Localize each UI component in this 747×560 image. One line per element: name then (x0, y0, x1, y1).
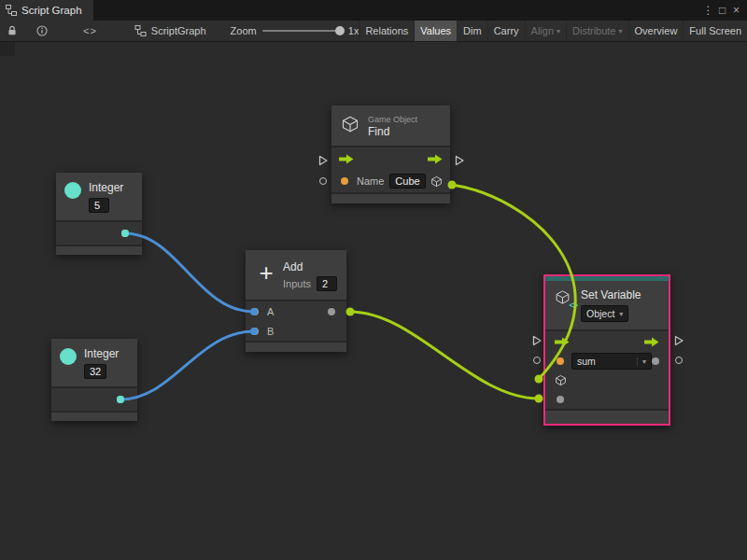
flow-in-arrow-icon[interactable] (555, 337, 570, 347)
variable-name-dropdown[interactable]: sum ▾ (571, 353, 652, 370)
set-variable-icon: <> (555, 289, 573, 308)
find-flow-in-edge-port[interactable] (318, 155, 329, 166)
node-footer (545, 411, 669, 424)
node-category: Game Object (368, 115, 417, 124)
add-output-port[interactable] (328, 308, 335, 315)
toolbar-button-values[interactable]: Values (414, 21, 457, 41)
toolbar-button-carry[interactable]: Carry (487, 21, 525, 41)
toolbar-button-distribute[interactable]: Distribute▾ (566, 21, 627, 41)
variable-name-input-port[interactable] (557, 357, 564, 365)
inputs-count-field[interactable]: 2 (317, 276, 337, 291)
inspect-button[interactable] (31, 21, 53, 41)
name-value-field[interactable]: Cube (389, 174, 425, 189)
wire-endpoint[interactable] (535, 395, 543, 403)
node-footer (51, 413, 137, 421)
node-title: Integer (89, 182, 123, 194)
flow-out-arrow-icon[interactable] (644, 337, 659, 347)
zoom-slider-thumb[interactable] (335, 26, 345, 35)
node-footer (331, 194, 450, 203)
toolbar-button-dim[interactable]: Dim (457, 21, 487, 41)
port-b-label: B (267, 326, 274, 337)
toolbar-button-align[interactable]: Align▾ (525, 21, 566, 41)
node-title: Integer (84, 348, 119, 360)
output-row (51, 388, 137, 411)
graph-toolbar: <> ScriptGraph Zoom 1x Relations Values … (0, 21, 747, 42)
toolbar-button-fullscreen[interactable]: Full Screen (683, 21, 747, 41)
integer-output-port[interactable] (117, 396, 124, 403)
object-input-port-icon[interactable] (555, 374, 567, 386)
graph-reference[interactable]: ScriptGraph (134, 25, 206, 36)
inputs-label: Inputs (283, 278, 311, 289)
flow-in-arrow-icon[interactable] (339, 154, 354, 164)
tab-title: Script Graph (21, 5, 82, 16)
integer-value-field[interactable]: 5 (89, 198, 109, 213)
add-input-a-port[interactable] (251, 308, 259, 315)
object-row (545, 371, 669, 389)
flow-out-arrow-icon[interactable] (428, 154, 443, 164)
zoom-slider-track[interactable] (262, 30, 341, 32)
add-input-b-port[interactable] (251, 328, 259, 335)
variable-scope-dropdown[interactable]: Object ▾ (581, 305, 628, 322)
port-row-a: A (246, 301, 346, 321)
collapsed-panel-button[interactable] (0, 41, 15, 56)
node-header[interactable]: Integer 32 (51, 339, 137, 386)
variable-name-row: sum ▾ (545, 352, 669, 371)
node-header[interactable]: + Add Inputs 2 (246, 250, 346, 300)
toolbar-button-relations[interactable]: Relations (359, 21, 414, 41)
node-footer (246, 343, 346, 352)
wire-integer5-to-add-a[interactable] (125, 233, 254, 312)
tab-script-graph[interactable]: Script Graph (0, 0, 93, 21)
value-row (545, 389, 669, 409)
setvar-name-in-edge-port[interactable] (533, 357, 541, 364)
variable-name-value: sum (577, 356, 596, 367)
node-integer-bottom[interactable]: Integer 32 (51, 339, 137, 421)
integer-icon (64, 182, 81, 199)
window-close-icon[interactable]: × (729, 4, 743, 17)
node-integer-top[interactable]: Integer 5 (56, 173, 142, 255)
port-row-b: B (246, 321, 346, 341)
node-header[interactable]: Integer 5 (56, 173, 142, 220)
integer-value-field[interactable]: 32 (84, 364, 106, 379)
node-set-variable[interactable]: <> Set Variable Object ▾ sum ▾ (543, 274, 670, 426)
toolbar-button-overview[interactable]: Overview (628, 21, 684, 41)
name-label: Name (357, 175, 384, 187)
setvar-flow-in-edge-port[interactable] (532, 335, 543, 346)
info-icon (36, 25, 48, 36)
titlebar: Script Graph ⋮ □ × (0, 0, 747, 21)
game-object-cube-icon (341, 115, 359, 133)
lock-button[interactable] (1, 21, 23, 41)
window-maximize-icon[interactable]: □ (715, 4, 729, 17)
wire-integer32-to-add-b[interactable] (120, 331, 254, 399)
node-header[interactable]: Game Object Find (331, 105, 450, 146)
flow-row (331, 147, 450, 170)
node-add[interactable]: + Add Inputs 2 A B (246, 250, 346, 352)
game-object-output-port-icon[interactable] (430, 175, 443, 188)
window-menu-icon[interactable]: ⋮ (701, 4, 715, 17)
find-name-in-edge-port[interactable] (319, 177, 327, 185)
lock-icon (7, 25, 18, 36)
wire-endpoint[interactable] (346, 308, 355, 316)
setvar-value-out-edge-port[interactable] (675, 357, 683, 364)
port-a-label: A (267, 306, 274, 317)
setvar-flow-out-edge-port[interactable] (674, 335, 684, 346)
dropdown-arrow-icon: ▾ (637, 357, 646, 366)
node-find[interactable]: Game Object Find Name Cube (331, 105, 450, 203)
code-icon: <> (83, 25, 97, 36)
script-graph-tab-icon (6, 5, 17, 16)
find-flow-out-edge-port[interactable] (455, 155, 465, 166)
value-input-port[interactable] (557, 396, 564, 403)
integer-icon (60, 348, 77, 365)
wire-add-to-setvariable[interactable] (350, 312, 539, 399)
name-input-port[interactable] (341, 177, 348, 185)
zoom-slider[interactable] (262, 25, 341, 36)
graph-canvas[interactable]: Integer 5 Integer 32 + (0, 0, 747, 560)
value-output-port[interactable] (652, 357, 659, 365)
script-graph-icon (134, 25, 147, 36)
dropdown-arrow-icon: ▾ (619, 310, 623, 318)
node-header[interactable]: <> Set Variable Object ▾ (545, 281, 669, 329)
wire-endpoint[interactable] (535, 375, 543, 384)
add-icon: + (255, 261, 277, 284)
node-title: Find (368, 126, 417, 138)
integer-output-port[interactable] (121, 230, 129, 237)
code-view-button[interactable]: <> (78, 21, 103, 41)
